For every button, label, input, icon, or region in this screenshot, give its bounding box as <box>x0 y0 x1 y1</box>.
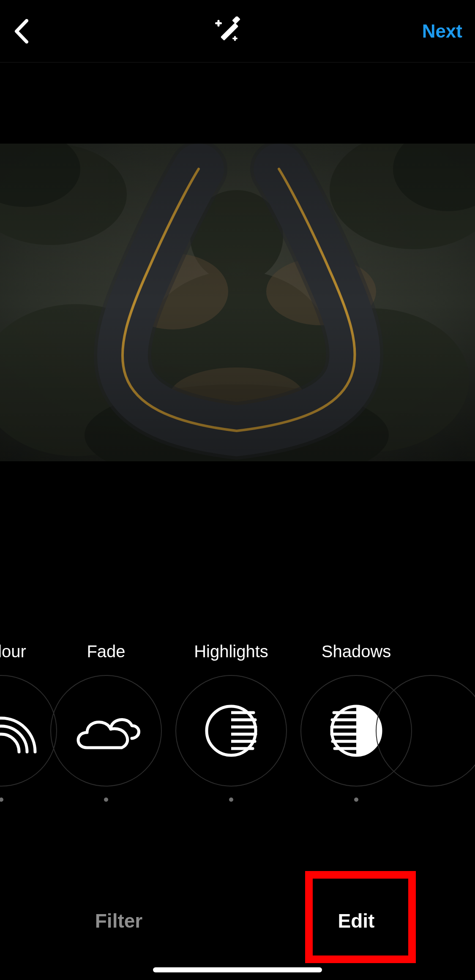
back-button[interactable] <box>13 23 30 40</box>
home-indicator[interactable] <box>153 967 322 972</box>
tool-indicator-dot <box>229 798 233 802</box>
topbar: Next <box>0 0 475 63</box>
tool-indicator-dot <box>0 798 3 802</box>
svg-rect-4 <box>215 22 222 24</box>
tool-colour[interactable]: Colour <box>0 642 44 824</box>
tool-label: Colour <box>0 642 26 662</box>
clouds-icon <box>70 705 142 756</box>
image-preview[interactable] <box>0 144 475 461</box>
edit-tools-row[interactable]: Colour Fade Highlights <box>0 642 475 824</box>
tool-circle <box>50 675 162 787</box>
svg-rect-20 <box>0 144 475 461</box>
preview-image <box>0 144 475 461</box>
tool-label: Fade <box>87 642 125 662</box>
tool-next-partial[interactable] <box>419 642 444 824</box>
tool-label: Shadows <box>322 642 391 662</box>
highlights-icon <box>204 703 259 758</box>
rainbow-icon <box>0 708 37 754</box>
tool-indicator-dot <box>104 798 108 802</box>
chevron-left-icon <box>14 19 28 44</box>
tool-circle <box>175 675 287 787</box>
tool-highlights[interactable]: Highlights <box>169 642 294 824</box>
tab-filter[interactable]: Filter <box>0 900 238 942</box>
tool-fade[interactable]: Fade <box>44 642 169 824</box>
next-button[interactable]: Next <box>422 21 462 42</box>
svg-rect-1 <box>232 16 240 24</box>
annotation-highlight <box>305 871 416 963</box>
tool-indicator-dot <box>354 798 358 802</box>
tool-label: Highlights <box>194 642 268 662</box>
svg-rect-6 <box>232 38 238 39</box>
magic-wand-button[interactable] <box>211 16 240 46</box>
magic-wand-icon <box>211 16 240 46</box>
